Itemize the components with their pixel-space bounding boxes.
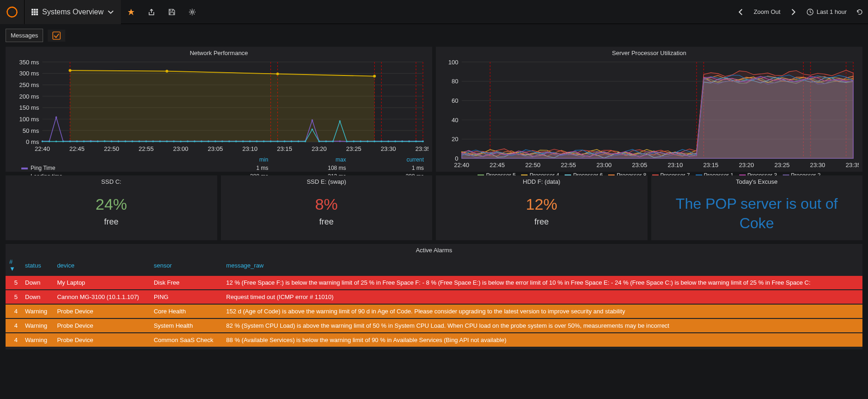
legend-col: min [193,156,271,164]
refresh-button[interactable] [851,0,868,24]
alarms-col-status[interactable]: status [21,256,53,275]
svg-point-110 [49,141,50,143]
svg-point-50 [165,70,168,73]
svg-point-128 [173,141,175,143]
panel-disk[interactable]: SSD C: 24% free [6,175,217,240]
svg-point-158 [381,141,383,143]
row-header: Messages [0,24,868,45]
alarms-col-message_raw[interactable]: message_raw [222,256,862,275]
table-row[interactable]: 5DownMy LaptopDisk Free12 % (Free Space … [6,276,862,289]
svg-rect-4 [36,9,38,11]
svg-point-114 [76,141,78,143]
svg-text:23:25: 23:25 [346,145,361,152]
row-tab-messages[interactable]: Messages [6,29,43,42]
row-tab-label: Messages [11,32,38,39]
svg-rect-6 [34,11,36,13]
svg-point-135 [221,141,223,143]
share-button[interactable] [141,0,162,24]
table-row[interactable]: 4WarningProbe DeviceCore Health152 d (Ag… [6,305,862,318]
timerange-forward-button[interactable] [785,0,802,24]
svg-text:80: 80 [452,78,459,85]
svg-point-121 [125,141,126,143]
svg-point-112 [62,141,64,143]
svg-text:250 ms: 250 ms [19,81,39,88]
legend-row[interactable]: Ping Time1 ms108 ms1 ms [19,164,427,172]
svg-text:40: 40 [452,117,459,124]
svg-text:23:00: 23:00 [173,145,189,152]
svg-text:23:30: 23:30 [381,145,396,152]
panel-title: Today's Excuse [651,175,863,186]
svg-point-1 [10,10,14,14]
svg-point-11 [191,11,194,13]
svg-point-132 [201,141,202,143]
svg-point-150 [325,141,327,143]
panel-disk[interactable]: HDD F: (data) 12% free [436,175,648,240]
navbar: Systems Overview Zoom Out Last 1 hour [0,0,868,24]
table-row[interactable]: 4WarningProbe DeviceCommon SaaS Check88 … [6,333,862,347]
svg-point-120 [118,141,120,143]
svg-point-151 [332,141,334,143]
svg-point-161 [401,141,403,143]
svg-point-138 [242,141,244,143]
chart-cpu[interactable]: 02040608010022:4022:4522:5022:5523:0023:… [436,57,862,169]
panel-active-alarms[interactable]: Active Alarms # ▼statusdevicesensormessa… [6,244,862,349]
svg-text:23:35: 23:35 [846,162,859,168]
svg-point-153 [346,141,348,143]
svg-text:22:55: 22:55 [561,162,576,168]
svg-point-125 [152,141,154,143]
svg-rect-5 [31,11,33,13]
panel-disk[interactable]: SSD E: (swap) 8% free [221,175,433,240]
panel-cpu-utilization[interactable]: Server Processor Utilization 02040608010… [436,47,862,172]
alarms-col-sensor[interactable]: sensor [150,256,222,275]
svg-rect-8 [31,13,33,15]
svg-point-160 [395,141,396,143]
svg-point-136 [228,141,230,143]
save-button[interactable] [162,0,182,24]
svg-text:300 ms: 300 ms [19,70,39,77]
row-tab-checkbox[interactable] [48,30,65,42]
svg-text:50 ms: 50 ms [23,127,39,134]
panel-title: Server Processor Utilization [436,47,862,57]
svg-point-109 [42,141,44,143]
svg-point-149 [318,141,320,143]
svg-rect-7 [36,11,38,13]
svg-text:23:25: 23:25 [774,162,790,168]
chart-network[interactable]: 0 ms50 ms100 ms150 ms200 ms250 ms300 ms3… [6,57,432,153]
svg-point-129 [180,141,182,143]
timerange-back-button[interactable] [732,0,749,24]
svg-point-131 [194,141,195,143]
clock-icon [806,8,814,16]
panel-network-performance[interactable]: Network Performance 0 ms50 ms100 ms150 m… [6,47,432,172]
svg-text:0: 0 [455,155,458,162]
svg-text:150 ms: 150 ms [19,104,39,111]
svg-text:0 ms: 0 ms [26,138,39,145]
svg-point-144 [284,141,286,143]
svg-text:22:40: 22:40 [35,145,50,152]
svg-point-130 [187,141,189,143]
table-row[interactable]: 4WarningProbe DeviceSystem Health82 % (S… [6,319,862,332]
svg-point-116 [90,141,92,143]
star-button[interactable] [121,0,141,24]
panel-title: Active Alarms [6,244,862,255]
stat-value: 12% [436,195,648,213]
svg-text:100: 100 [448,59,459,66]
panel-title: HDD F: (data) [436,175,648,186]
zoom-out-button[interactable]: Zoom Out [749,0,785,24]
alarms-col-#[interactable]: # ▼ [6,256,21,275]
legend-col: current [349,156,427,164]
svg-point-157 [374,141,376,143]
panel-excuse[interactable]: Today's Excuse The POP server is out of … [651,175,863,240]
grafana-logo[interactable] [0,0,24,24]
timerange-label: Last 1 hour [817,8,847,15]
grid-icon [31,8,38,16]
svg-point-154 [353,141,355,143]
table-row[interactable]: 5DownCannon MG-3100 (10.1.1.107)PINGRequ… [6,290,862,304]
settings-button[interactable] [182,0,202,24]
timerange-picker[interactable]: Last 1 hour [802,0,851,24]
panel-title: SSD E: (swap) [221,175,433,186]
alarms-col-device[interactable]: device [53,256,150,275]
svg-text:23:20: 23:20 [739,162,754,168]
svg-point-152 [339,120,341,122]
dashboard-picker[interactable]: Systems Overview [24,0,121,24]
stat-value: 8% [221,195,433,213]
